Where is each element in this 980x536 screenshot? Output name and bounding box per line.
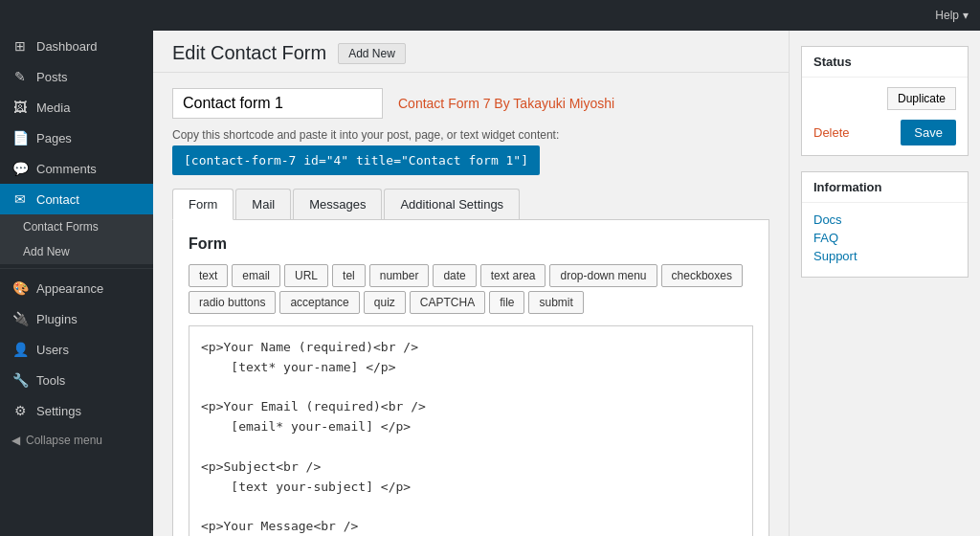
admin-bar: Help ▾ <box>0 0 980 31</box>
sidebar-item-label: Tools <box>36 373 65 388</box>
plugins-icon: 🔌 <box>11 311 29 326</box>
contact-icon: ✉ <box>11 191 29 207</box>
sidebar-item-label: Contact <box>36 192 79 207</box>
help-button[interactable]: Help ▾ <box>935 9 969 22</box>
tag-btn-checkboxes[interactable]: checkboxes <box>661 264 743 287</box>
sidebar-item-posts[interactable]: ✎ Posts <box>0 61 153 92</box>
dashboard-icon: ⊞ <box>11 38 29 54</box>
sidebar-item-label: Pages <box>36 131 72 145</box>
tag-btn-radio[interactable]: radio buttons <box>189 291 276 314</box>
media-icon: 🖼 <box>11 100 29 115</box>
support-link[interactable]: Support <box>813 249 956 263</box>
users-icon: 👤 <box>11 342 29 357</box>
page-title: Edit Contact Form <box>172 42 326 64</box>
duplicate-button[interactable]: Duplicate <box>887 87 956 110</box>
collapse-label: Collapse menu <box>26 434 102 447</box>
settings-icon: ⚙ <box>11 403 29 418</box>
sidebar-item-label: Users <box>36 343 69 357</box>
delete-link[interactable]: Delete <box>813 125 850 140</box>
shortcode-box[interactable]: [contact-form-7 id="4" title="Contact fo… <box>172 145 540 175</box>
add-new-label: Add New <box>23 245 70 258</box>
contact-submenu: Contact Forms Add New <box>0 214 153 264</box>
pages-icon: 📄 <box>11 130 29 145</box>
form-panel-title: Form <box>189 235 753 253</box>
tag-buttons: text email URL tel number date text area… <box>189 264 753 314</box>
sidebar-item-media[interactable]: 🖼 Media <box>0 92 153 123</box>
tag-btn-submit[interactable]: submit <box>528 291 583 314</box>
tab-form[interactable]: Form <box>172 189 234 220</box>
sidebar-item-users[interactable]: 👤 Users <box>0 334 153 365</box>
main-layout: ⊞ Dashboard ✎ Posts 🖼 Media 📄 Pages 💬 Co… <box>0 31 980 536</box>
sidebar-item-tools[interactable]: 🔧 Tools <box>0 365 153 395</box>
sidebar-item-plugins[interactable]: 🔌 Plugins <box>0 303 153 334</box>
collapse-menu[interactable]: ◀ Collapse menu <box>0 426 153 455</box>
status-actions: Delete Save <box>813 120 956 145</box>
info-box-title: Information <box>802 172 968 203</box>
sidebar-item-contact-forms[interactable]: Contact Forms <box>0 214 153 239</box>
tools-icon: 🔧 <box>11 372 29 388</box>
sidebar-item-appearance[interactable]: 🎨 Appearance <box>0 273 153 303</box>
info-box-body: Docs FAQ Support <box>802 203 968 277</box>
tabs: Form Mail Messages Additional Settings <box>172 189 769 220</box>
sidebar-item-settings[interactable]: ⚙ Settings <box>0 395 153 426</box>
status-box-title: Status <box>802 47 968 78</box>
sidebar-item-pages[interactable]: 📄 Pages <box>0 123 153 153</box>
content-body: Contact Form 7 By Takayuki Miyoshi Copy … <box>153 73 789 536</box>
tag-btn-email[interactable]: email <box>232 264 280 287</box>
tag-btn-captcha[interactable]: CAPTCHA <box>410 291 485 314</box>
sidebar-item-label: Appearance <box>36 281 103 296</box>
contact-forms-label: Contact Forms <box>23 220 99 234</box>
main-content: Edit Contact Form Add New Contact Form 7… <box>153 31 789 536</box>
tag-btn-text[interactable]: text <box>189 264 228 287</box>
tag-btn-textarea[interactable]: text area <box>480 264 546 287</box>
form-name-row: Contact Form 7 By Takayuki Miyoshi <box>172 88 769 119</box>
tag-btn-tel[interactable]: tel <box>332 264 366 287</box>
sidebar-item-label: Posts <box>36 70 68 84</box>
sidebar-item-dashboard[interactable]: ⊞ Dashboard <box>0 31 153 61</box>
status-box-body: Duplicate Delete Save <box>802 78 968 155</box>
appearance-icon: 🎨 <box>11 280 29 296</box>
faq-link[interactable]: FAQ <box>813 231 956 245</box>
sidebar-item-contact[interactable]: ✉ Contact <box>0 184 153 214</box>
posts-icon: ✎ <box>11 69 29 84</box>
tag-btn-date[interactable]: date <box>433 264 476 287</box>
docs-link[interactable]: Docs <box>813 212 956 227</box>
help-arrow: ▾ <box>963 9 969 22</box>
content-header: Edit Contact Form Add New <box>153 31 789 73</box>
form-panel: Form text email URL tel number date text… <box>172 220 769 536</box>
sidebar-item-add-new[interactable]: Add New <box>0 239 153 264</box>
sidebar-item-comments[interactable]: 💬 Comments <box>0 153 153 184</box>
add-new-button[interactable]: Add New <box>338 43 406 64</box>
sidebar: ⊞ Dashboard ✎ Posts 🖼 Media 📄 Pages 💬 Co… <box>0 31 153 536</box>
tab-messages[interactable]: Messages <box>293 189 382 219</box>
form-name-input[interactable] <box>172 88 383 119</box>
shortcode-label: Copy this shortcode and paste it into yo… <box>172 128 769 142</box>
tab-additional-settings[interactable]: Additional Settings <box>384 189 520 219</box>
tab-mail[interactable]: Mail <box>235 189 291 219</box>
sidebar-divider <box>0 268 153 269</box>
sidebar-item-label: Settings <box>36 404 81 418</box>
right-sidebar: Status Duplicate Delete Save Information… <box>789 31 980 536</box>
tag-btn-number[interactable]: number <box>369 264 430 287</box>
collapse-arrow-icon: ◀ <box>11 434 20 447</box>
tag-btn-quiz[interactable]: quiz <box>364 291 406 314</box>
sidebar-item-label: Dashboard <box>36 39 98 54</box>
form-credit: Contact Form 7 By Takayuki Miyoshi <box>398 96 614 111</box>
save-button[interactable]: Save <box>901 120 956 145</box>
status-meta-box: Status Duplicate Delete Save <box>801 46 969 156</box>
tag-btn-url[interactable]: URL <box>284 264 328 287</box>
comments-icon: 💬 <box>11 161 29 176</box>
help-label: Help <box>935 9 959 22</box>
sidebar-item-label: Plugins <box>36 312 78 326</box>
sidebar-item-label: Comments <box>36 162 97 176</box>
form-content-editor[interactable]: <p>Your Name (required)<br /> [text* you… <box>189 325 753 536</box>
tag-btn-acceptance[interactable]: acceptance <box>279 291 359 314</box>
info-meta-box: Information Docs FAQ Support <box>801 171 969 278</box>
tag-btn-dropdown[interactable]: drop-down menu <box>549 264 657 287</box>
sidebar-item-label: Media <box>36 100 70 115</box>
tag-btn-file[interactable]: file <box>489 291 524 314</box>
